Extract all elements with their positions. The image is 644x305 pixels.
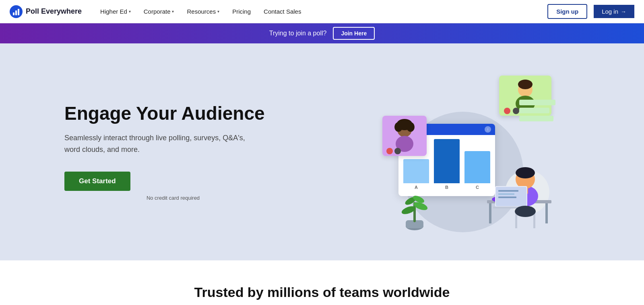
person-card-svg [382,116,427,156]
nav-item-corporate[interactable]: Corporate ▾ [138,5,180,18]
bar-label-b: B [434,185,460,190]
svg-rect-33 [498,197,516,198]
svg-rect-21 [545,203,548,223]
logo-text: Poll Everywhere [26,7,82,16]
svg-point-9 [513,108,519,114]
logo-icon [10,5,23,18]
logo-link[interactable]: Poll Everywhere [10,5,82,18]
svg-point-27 [516,167,535,178]
nav-item-resources[interactable]: Resources ▾ [181,5,225,18]
arrow-icon: → [621,8,626,15]
hero-subtitle: Seamlessly interact through live polling… [64,132,250,156]
svg-point-8 [504,108,510,114]
svg-rect-2 [15,10,17,15]
trusted-section: Trusted by millions of teams worldwide O… [0,260,644,305]
hero-section: Engage Your Audience Seamlessly interact… [0,43,644,260]
no-credit-card-text: No credit card required [64,195,282,201]
chevron-down-icon: ▾ [172,9,174,14]
svg-point-13 [394,122,402,132]
banner-text: Trying to join a poll? [269,30,327,37]
svg-point-16 [386,148,393,154]
nav-links: Higher Ed ▾ Corporate ▾ Resources ▾ Pric… [95,5,547,18]
svg-point-35 [515,206,536,217]
bar-b [434,139,460,183]
trusted-title: Trusted by millions of teams worldwide [16,285,628,300]
svg-rect-31 [498,190,518,192]
navbar: Poll Everywhere Higher Ed ▾ Corporate ▾ … [0,0,644,23]
svg-rect-32 [498,193,514,195]
chevron-down-icon: ▾ [129,9,131,14]
svg-point-17 [394,148,401,154]
join-here-button[interactable]: Join Here [333,27,375,40]
join-poll-banner: Trying to join a poll? Join Here [0,23,644,43]
svg-rect-1 [13,12,14,15]
hero-illustration: ↑ A B C [282,51,644,252]
illustration-container: ↑ A B C [366,59,559,244]
hero-title: Engage Your Audience [64,103,282,124]
bar-a [403,159,429,183]
svg-point-14 [407,122,415,132]
signup-button[interactable]: Sign up [547,4,587,19]
svg-rect-3 [18,9,19,15]
nav-item-pricing[interactable]: Pricing [227,5,256,18]
hero-content: Engage Your Audience Seamlessly interact… [0,79,282,225]
plant-svg [398,184,431,232]
chevron-down-icon: ▾ [217,9,219,14]
svg-rect-20 [489,203,491,223]
nav-item-contact-sales[interactable]: Contact Sales [258,5,307,18]
nav-item-higher-ed[interactable]: Higher Ed ▾ [95,5,136,18]
floating-notes [519,100,555,121]
get-started-button[interactable]: Get Started [64,172,130,191]
svg-point-6 [518,80,533,89]
sitting-person-svg [463,120,551,232]
person-card [382,116,427,156]
login-button[interactable]: Log in → [594,5,634,18]
